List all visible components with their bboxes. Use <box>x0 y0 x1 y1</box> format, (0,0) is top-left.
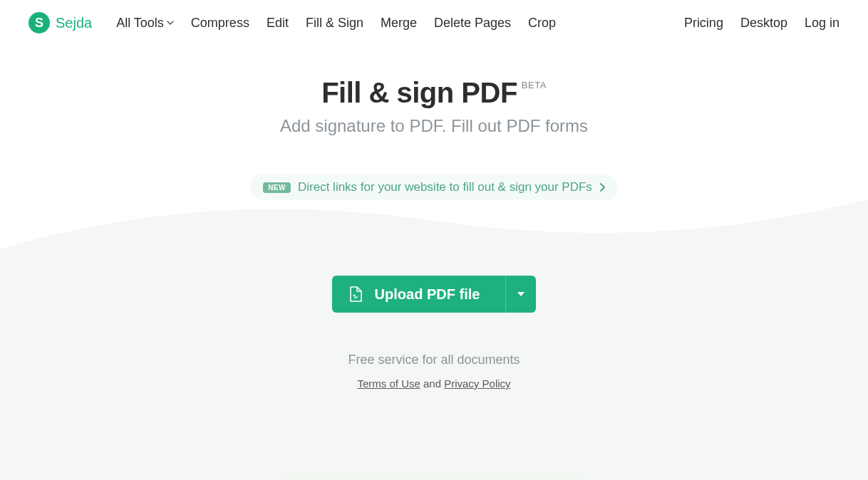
nav-login[interactable]: Log in <box>805 16 839 31</box>
nav-all-tools-label: All Tools <box>116 16 164 31</box>
chevron-down-icon <box>167 19 174 26</box>
new-badge: NEW <box>263 182 291 193</box>
main-area: Upload PDF file Free service for all doc… <box>0 276 868 480</box>
promo-banner[interactable]: NEW Direct links for your website to fil… <box>250 174 618 200</box>
nav-desktop[interactable]: Desktop <box>740 16 787 31</box>
promo-text: Direct links for your website to fill ou… <box>298 180 592 194</box>
logo-text: Sejda <box>56 15 92 31</box>
nav-crop[interactable]: Crop <box>528 16 556 31</box>
top-nav: S Sejda All Tools Compress Edit Fill & S… <box>0 0 868 46</box>
terms-row: Terms of Use and Privacy Policy <box>0 377 868 390</box>
nav-merge[interactable]: Merge <box>381 16 417 31</box>
nav-compress[interactable]: Compress <box>191 16 249 31</box>
logo-mark: S <box>29 12 50 33</box>
upload-button[interactable]: Upload PDF file <box>332 276 537 313</box>
page-title: Fill & sign PDF <box>321 77 517 109</box>
privacy-policy-link[interactable]: Privacy Policy <box>444 377 510 390</box>
brand-logo[interactable]: S Sejda <box>29 12 92 33</box>
beta-badge: BETA <box>522 80 547 90</box>
file-pdf-icon <box>349 286 362 302</box>
upload-main[interactable]: Upload PDF file <box>332 276 506 313</box>
offline-banner[interactable]: OFFLINE Rather work offline? Try Sejda D… <box>284 474 585 480</box>
terms-and: and <box>420 377 444 390</box>
nav-delete-pages[interactable]: Delete Pages <box>434 16 511 31</box>
nav-pricing[interactable]: Pricing <box>684 16 723 31</box>
free-service-text: Free service for all documents <box>0 353 868 367</box>
upload-label: Upload PDF file <box>375 286 480 303</box>
chevron-right-icon <box>599 183 605 192</box>
nav-all-tools[interactable]: All Tools <box>116 16 174 31</box>
hero: Fill & sign PDF BETA Add signature to PD… <box>0 46 868 200</box>
page-subtitle: Add signature to PDF. Fill out PDF forms <box>0 116 868 136</box>
nav-fill-sign[interactable]: Fill & Sign <box>306 16 363 31</box>
nav-right-group: Pricing Desktop Log in <box>684 16 839 31</box>
upload-dropdown-toggle[interactable] <box>505 276 536 313</box>
title-row: Fill & sign PDF BETA <box>321 77 547 109</box>
terms-of-use-link[interactable]: Terms of Use <box>357 377 420 390</box>
nav-left-group: All Tools Compress Edit Fill & Sign Merg… <box>116 16 556 31</box>
caret-down-icon <box>517 292 525 296</box>
nav-edit[interactable]: Edit <box>267 16 289 31</box>
